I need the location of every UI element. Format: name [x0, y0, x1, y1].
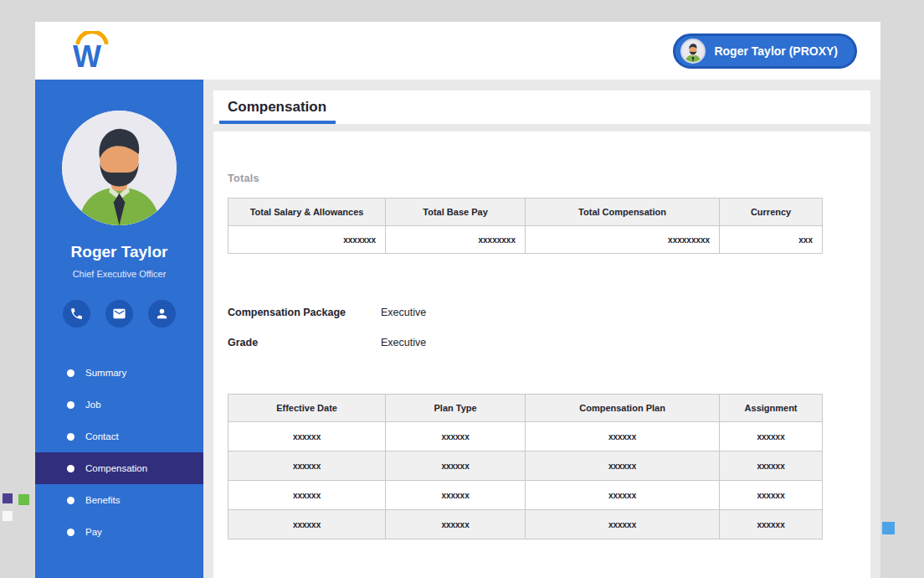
sidebar-item-label: Summary [85, 368, 126, 378]
plans-column-header: Compensation Plan [525, 395, 719, 422]
plans-column-header: Assignment [720, 395, 823, 422]
field-row: Compensation PackageExecutive [228, 297, 856, 328]
sidebar-item-job[interactable]: Job [35, 389, 203, 421]
totals-header-row: Total Salary & AllowancesTotal Base PayT… [228, 199, 823, 226]
plans-table: Effective DatePlan TypeCompensation Plan… [228, 394, 823, 539]
totals-column-header: Total Base Pay [386, 199, 526, 226]
table-row: xxxxxxxxxxxxxxxxxxxxxxxx [228, 452, 823, 481]
plans-cell: xxxxxx [720, 422, 823, 452]
app-window: W Roger Taylor (PROXY) Roger Taylor Chie… [35, 22, 880, 578]
field-label: Grade [228, 337, 381, 348]
bullet-dot-icon [67, 369, 74, 377]
workday-logo: W [73, 31, 111, 71]
sidebar-item-label: Contact [85, 431, 119, 441]
field-value: Executive [381, 337, 426, 348]
plans-cell: xxxxxx [525, 481, 719, 510]
plans-cell: xxxxxx [720, 452, 823, 481]
plans-cell: xxxxxx [720, 481, 823, 510]
sidebar-item-summary[interactable]: Summary [35, 357, 203, 389]
sidebar-nav: SummaryJobContactCompensationBenefitsPay [35, 357, 203, 548]
decorative-white-square [3, 511, 13, 521]
plans-column-header: Plan Type [386, 395, 526, 422]
bullet-dot-icon [67, 465, 74, 472]
sidebar: Roger Taylor Chief Executive Officer Sum… [35, 80, 203, 578]
plans-cell: xxxxxx [228, 422, 386, 452]
mail-icon[interactable] [105, 300, 133, 328]
sidebar-item-label: Compensation [85, 463, 147, 473]
sidebar-item-pay[interactable]: Pay [35, 516, 203, 548]
decorative-purple-square [3, 493, 13, 503]
totals-table: Total Salary & AllowancesTotal Base PayT… [228, 198, 823, 254]
phone-icon[interactable] [63, 300, 90, 328]
sidebar-item-label: Job [85, 400, 101, 410]
plans-header-row: Effective DatePlan TypeCompensation Plan… [228, 395, 823, 422]
main-panel: Compensation Totals Total Salary & Allow… [203, 80, 880, 578]
profile-role: Chief Executive Officer [73, 269, 167, 279]
totals-value-cell: xxx [720, 226, 823, 254]
logo-letter: W [73, 39, 100, 75]
plans-cell: xxxxxx [720, 510, 823, 539]
fields: Compensation PackageExecutiveGradeExecut… [228, 297, 856, 358]
plans-cell: xxxxxx [228, 481, 386, 510]
table-row: xxxxxxxxxxxxxxxxxxxxxxxx [228, 510, 823, 539]
totals-value-cell: xxxxxxxx [386, 226, 526, 254]
top-header: W Roger Taylor (PROXY) [35, 22, 880, 80]
totals-values-row: xxxxxxxxxxxxxxxxxxxxxxxxxxx [228, 226, 823, 254]
plans-cell: xxxxxx [525, 510, 719, 539]
sidebar-item-contact[interactable]: Contact [35, 421, 203, 452]
field-label: Compensation Package [228, 307, 381, 318]
totals-value-cell: xxxxxxxxx [525, 226, 719, 254]
proxy-avatar [680, 39, 706, 64]
table-row: xxxxxxxxxxxxxxxxxxxxxxxx [228, 422, 823, 452]
content-card: Totals Total Salary & AllowancesTotal Ba… [213, 132, 870, 578]
contact-icon-row [63, 300, 176, 328]
bullet-dot-icon [67, 433, 74, 441]
totals-column-header: Total Compensation [525, 199, 719, 226]
totals-section-label: Totals [228, 173, 856, 184]
title-underline [219, 121, 336, 124]
field-row: GradeExecutive [228, 328, 856, 358]
plans-cell: xxxxxx [525, 422, 719, 452]
person-icon[interactable] [148, 300, 176, 328]
sidebar-item-label: Benefits [85, 495, 121, 505]
proxy-button-label: Roger Taylor (PROXY) [714, 44, 838, 58]
plans-cell: xxxxxx [386, 422, 526, 452]
table-row: xxxxxxxxxxxxxxxxxxxxxxxx [228, 481, 823, 510]
bullet-dot-icon [67, 529, 74, 536]
plans-cell: xxxxxx [228, 510, 386, 539]
title-bar: Compensation [213, 90, 870, 124]
bullet-dot-icon [67, 401, 74, 409]
profile-avatar [62, 111, 177, 225]
plans-cell: xxxxxx [525, 452, 719, 481]
decorative-green-square [18, 494, 29, 505]
plans-column-header: Effective Date [228, 395, 386, 422]
sidebar-item-compensation[interactable]: Compensation [35, 452, 203, 484]
decorative-blue-square [882, 522, 895, 534]
plans-cell: xxxxxx [228, 452, 386, 481]
plans-cell: xxxxxx [386, 481, 526, 510]
totals-column-header: Total Salary & Allowances [228, 199, 386, 226]
body-row: Roger Taylor Chief Executive Officer Sum… [35, 80, 880, 578]
proxy-user-button[interactable]: Roger Taylor (PROXY) [673, 34, 857, 69]
plans-cell: xxxxxx [386, 452, 526, 481]
sidebar-item-benefits[interactable]: Benefits [35, 484, 203, 516]
plans-table-body: xxxxxxxxxxxxxxxxxxxxxxxxxxxxxxxxxxxxxxxx… [228, 422, 823, 539]
totals-column-header: Currency [720, 199, 823, 226]
page-title: Compensation [228, 99, 326, 116]
plans-cell: xxxxxx [386, 510, 526, 539]
bullet-dot-icon [67, 497, 74, 504]
totals-value-cell: xxxxxxx [228, 226, 386, 254]
sidebar-item-label: Pay [85, 527, 102, 537]
profile-name: Roger Taylor [71, 243, 168, 261]
field-value: Executive [381, 307, 426, 318]
